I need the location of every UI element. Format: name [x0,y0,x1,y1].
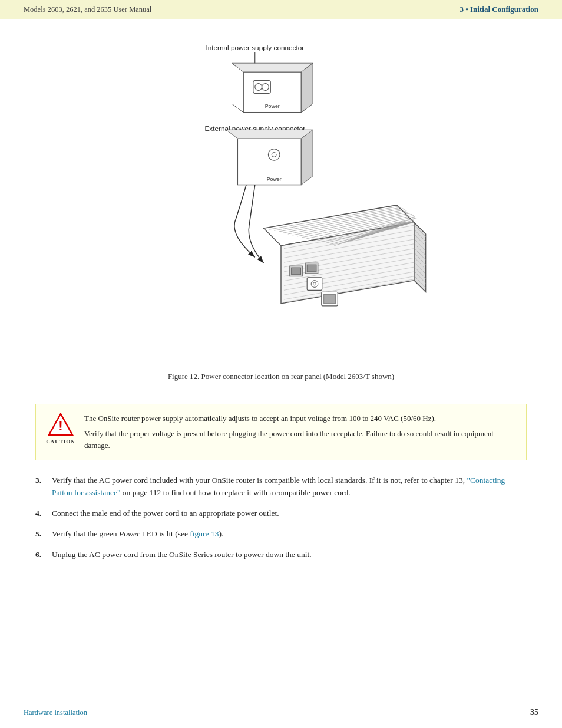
page-wrapper: Models 2603, 2621, and 2635 User Manual … [0,0,562,728]
svg-text:Internal power supply connecto: Internal power supply connector [206,44,304,51]
header-chapter-title: Initial Configuration [470,5,538,14]
footer-left: Hardware installation [24,709,87,717]
svg-point-85 [313,282,316,285]
caution-icon-area: ! CAUTION [45,413,76,444]
caution-label: CAUTION [46,439,75,444]
svg-rect-87 [324,294,336,304]
caution-triangle-icon: ! [48,413,74,436]
step-content-5: Verify that the green Power LED is lit (… [52,528,527,541]
caution-box: ! CAUTION The OnSite router power supply… [35,404,527,460]
svg-point-6 [262,84,269,91]
contacting-patton-link[interactable]: "Contacting Patton for assistance" [52,476,505,497]
figure-13-link[interactable]: figure 13 [190,529,219,538]
diagram-container: Internal power supply connector Power [128,37,434,367]
header-chapter-prefix: 3 • [460,5,471,14]
step-number-4: 4. [35,508,52,520]
step-number-3: 3. [35,475,52,487]
caution-paragraph-1: The OnSite router power supply automatic… [84,413,517,424]
step-number-5: 5. [35,528,52,541]
svg-point-17 [272,153,276,157]
svg-line-10 [232,104,243,113]
caution-paragraph-2: Verify that the proper voltage is presen… [84,428,517,452]
svg-text:Power: Power [267,176,282,182]
header-bar: Models 2603, 2621, and 2635 User Manual … [0,0,562,19]
footer-right: 35 [530,708,538,717]
step-content-6: Unplug the AC power cord from the OnSite… [52,549,527,561]
svg-marker-13 [301,63,313,113]
svg-marker-19 [226,130,313,139]
svg-marker-20 [301,130,313,185]
figure-area: Internal power supply connector Power [35,37,527,393]
main-content: Internal power supply connector Power [0,19,562,593]
steps-list: 3. Verify that the AC power cord include… [35,475,527,561]
svg-text:Power: Power [265,103,280,109]
figure-caption: Figure 12. Power connector location on r… [168,372,394,381]
step-number-6: 6. [35,549,52,561]
svg-marker-12 [232,63,313,72]
svg-rect-82 [307,265,316,272]
list-item: 5. Verify that the green Power LED is li… [35,528,527,541]
list-item: 6. Unplug the AC power cord from the OnS… [35,549,527,561]
list-item: 3. Verify that the AC power cord include… [35,475,527,499]
header-right: 3 • Initial Configuration [460,5,539,14]
svg-point-5 [255,84,262,91]
caution-text: The OnSite router power supply automatic… [84,413,517,452]
diagram-svg: Internal power supply connector Power [128,37,434,367]
header-left: Models 2603, 2621, and 2635 User Manual [24,5,151,14]
svg-text:!: ! [58,419,62,433]
step-content-4: Connect the male end of the power cord t… [52,508,527,520]
footer: Hardware installation 35 [0,708,562,717]
step-content-3: Verify that the AC power cord included w… [52,475,527,499]
svg-rect-80 [292,268,301,275]
list-item: 4. Connect the male end of the power cor… [35,508,527,520]
